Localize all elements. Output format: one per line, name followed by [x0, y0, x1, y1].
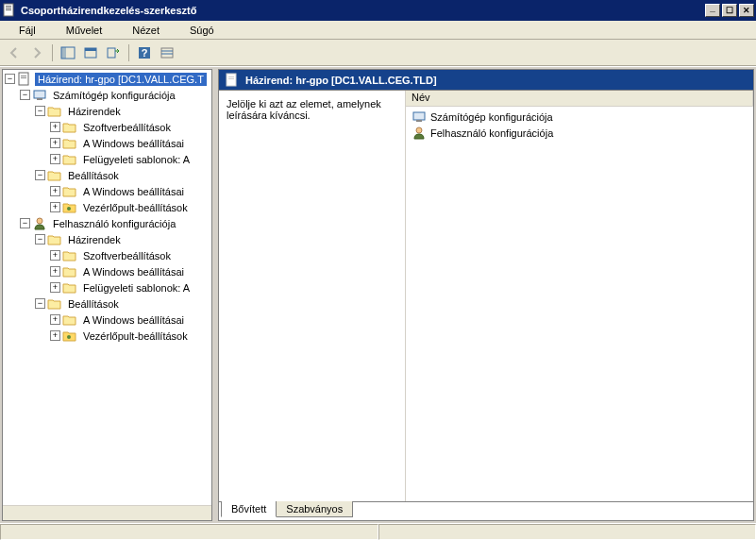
tree-user-admin-templates[interactable]: + Felügyeleti sablonok: A: [3, 279, 211, 295]
show-hide-tree-button[interactable]: [58, 42, 78, 63]
tree-root[interactable]: − Házirend: hr-gpo [DC1.VALL.CEG.T: [3, 71, 211, 87]
expand-icon[interactable]: +: [50, 186, 60, 196]
maximize-button[interactable]: [722, 4, 737, 17]
folder-icon: [62, 152, 77, 167]
expand-icon[interactable]: +: [50, 282, 60, 293]
folder-icon: [62, 280, 77, 295]
tree-user-cpanel-settings[interactable]: + Vezérlőpult-beállítások: [3, 328, 211, 344]
help-button[interactable]: ?: [134, 42, 155, 63]
tree-windows-settings-pref[interactable]: + A Windows beállításai: [3, 183, 211, 199]
folder-open-icon: [47, 168, 62, 183]
tree: − Házirend: hr-gpo [DC1.VALL.CEG.T − Szá…: [3, 70, 211, 345]
filter-button[interactable]: [157, 42, 177, 63]
folder-open-icon: [47, 296, 62, 312]
list-item-user-config[interactable]: Felhasználó konfigurációja: [408, 125, 751, 141]
collapse-icon[interactable]: −: [35, 170, 45, 180]
svg-rect-3: [6, 9, 11, 10]
folder-icon: [62, 120, 77, 135]
svg-rect-26: [416, 120, 422, 122]
details-list: Név Számítógép konfigurációja Felhasznál…: [406, 91, 753, 501]
svg-rect-24: [228, 78, 234, 79]
folder-open-icon: [47, 232, 62, 247]
tree-software-settings[interactable]: + Szoftverbeállítások: [3, 119, 211, 135]
expand-icon[interactable]: +: [50, 250, 60, 261]
hint-text: Jelölje ki azt az elemet, amelynek leírá…: [227, 98, 397, 121]
list-item-computer-config[interactable]: Számítógép konfigurációja: [408, 109, 751, 125]
collapse-icon[interactable]: −: [35, 298, 45, 309]
tab-extended[interactable]: Bővített: [221, 501, 277, 517]
tree-preferences[interactable]: − Beállítások: [3, 167, 211, 183]
view-tabs: Bővített Szabványos: [218, 502, 754, 521]
collapse-icon[interactable]: −: [35, 234, 45, 245]
expand-icon[interactable]: +: [50, 266, 60, 277]
menu-view[interactable]: Nézet: [117, 23, 175, 38]
collapse-icon[interactable]: −: [35, 106, 45, 116]
status-cell-1: [0, 524, 378, 540]
tree-pane: − Házirend: hr-gpo [DC1.VALL.CEG.T − Szá…: [2, 69, 212, 521]
details-header: Házirend: hr-gpo [DC1.VALL.CEG.TLD]: [218, 69, 754, 90]
window-title: Csoportházirendkezelés-szerkesztő: [21, 5, 703, 16]
status-cell-2: [378, 524, 757, 540]
details-pane: Házirend: hr-gpo [DC1.VALL.CEG.TLD] Jelö…: [218, 69, 754, 521]
tree-user-software-settings[interactable]: + Szoftverbeállítások: [3, 247, 211, 263]
folder-open-icon: [47, 104, 62, 119]
expand-icon[interactable]: +: [50, 330, 60, 341]
svg-rect-11: [161, 48, 173, 58]
column-name[interactable]: Név: [406, 91, 753, 106]
list-item-label: Felhasználó konfigurációja: [430, 127, 553, 139]
tree-user-config[interactable]: − Felhasználó konfigurációja: [3, 215, 211, 231]
menu-action[interactable]: Művelet: [51, 23, 118, 38]
expand-icon[interactable]: +: [50, 202, 60, 212]
tree-user-preferences[interactable]: − Beállítások: [3, 295, 211, 312]
tree-cpanel-settings[interactable]: + Vezérlőpult-beállítások: [3, 199, 211, 215]
svg-rect-17: [34, 91, 45, 98]
expand-icon[interactable]: +: [50, 122, 60, 132]
horizontal-scrollbar[interactable]: [3, 505, 211, 520]
tab-standard[interactable]: Szabványos: [276, 501, 353, 517]
svg-point-19: [67, 207, 71, 211]
svg-rect-5: [61, 47, 66, 59]
folder-icon: [62, 136, 77, 151]
properties-button[interactable]: [80, 42, 101, 63]
forward-button[interactable]: [26, 42, 47, 63]
tree-user-windows-settings-pref[interactable]: + A Windows beállításai: [3, 312, 211, 328]
tree-windows-settings[interactable]: + A Windows beállításai: [3, 135, 211, 151]
collapse-icon[interactable]: −: [5, 74, 15, 84]
expand-icon[interactable]: +: [50, 138, 60, 148]
tree-policies[interactable]: − Házirendek: [3, 103, 211, 119]
folder-icon: [62, 264, 77, 279]
user-icon: [32, 216, 47, 231]
close-button[interactable]: [739, 4, 754, 17]
tree-admin-templates[interactable]: + Felügyeleti sablonok: A: [3, 151, 211, 167]
svg-rect-22: [227, 74, 236, 86]
folder-icon: [62, 184, 77, 199]
menu-file[interactable]: Fájl: [4, 23, 51, 38]
toolbar-separator: [52, 44, 53, 61]
list-header: Név: [406, 91, 753, 107]
menu-help[interactable]: Súgó: [175, 23, 229, 38]
svg-rect-25: [413, 112, 425, 120]
tree-user-policies[interactable]: − Házirendek: [3, 231, 211, 247]
collapse-icon[interactable]: −: [20, 218, 30, 228]
expand-icon[interactable]: +: [50, 154, 60, 164]
svg-rect-1: [6, 6, 11, 7]
policy-icon: [225, 73, 240, 88]
title-bar: Csoportházirendkezelés-szerkesztő: [0, 0, 756, 21]
tree-user-windows-settings[interactable]: + A Windows beállításai: [3, 263, 211, 279]
expand-icon[interactable]: +: [50, 314, 60, 325]
back-button[interactable]: [4, 42, 25, 63]
computer-icon: [412, 110, 427, 125]
details-description: Jelölje ki azt az elemet, amelynek leírá…: [219, 91, 406, 501]
cpanel-folder-icon: [62, 329, 77, 344]
svg-rect-7: [85, 48, 96, 51]
export-button[interactable]: [103, 42, 124, 63]
svg-rect-23: [228, 76, 234, 77]
tree-computer-config[interactable]: − Számítógép konfigurációja: [3, 87, 211, 103]
list-item-label: Számítógép konfigurációja: [430, 111, 553, 123]
policy-icon: [17, 72, 32, 87]
minimize-button[interactable]: [705, 4, 720, 17]
svg-point-27: [416, 127, 422, 133]
status-bar: [0, 523, 756, 540]
collapse-icon[interactable]: −: [20, 90, 30, 100]
app-icon: [2, 3, 17, 18]
